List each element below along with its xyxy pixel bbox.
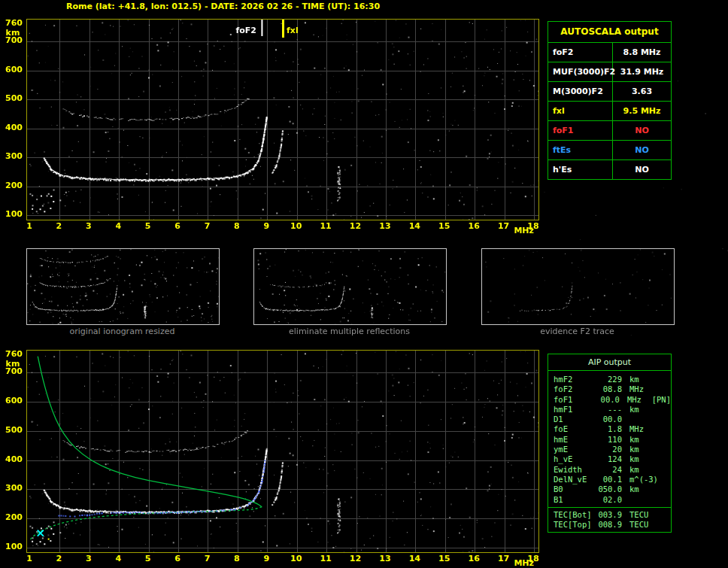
thumbnail-original-ionogram	[26, 248, 220, 325]
autoscala-table-rows: foF28.8 MHzMUF(3000)F231.9 MHzM(3000)F23…	[548, 42, 671, 179]
param-label: B1	[548, 495, 595, 505]
x-tick-label: 9	[257, 221, 275, 231]
param-value: 31.9 MHz	[613, 62, 671, 81]
x-tick-label: 8	[228, 554, 246, 563]
param-extra	[655, 445, 671, 454]
param-unit: km	[622, 435, 655, 445]
param-label: hmF2	[548, 375, 595, 384]
ionogram-profile-canvas	[27, 351, 538, 552]
thumbnail-canvas	[482, 249, 674, 324]
param-extra	[655, 415, 671, 424]
param-label: TEC[Bot]	[548, 510, 595, 520]
param-extra	[655, 495, 671, 505]
aip-row: foF208.8MHz	[548, 384, 671, 394]
param-label: ymE	[548, 445, 595, 454]
param-value: 050.0	[595, 484, 622, 494]
param-extra	[655, 375, 671, 384]
param-unit: MHz	[622, 424, 655, 434]
param-label: foF1	[548, 121, 613, 140]
param-value: 9.5 MHz	[613, 102, 671, 120]
x-tick-label: 7	[198, 554, 216, 563]
param-value: 1.8	[595, 424, 622, 434]
x-tick-label: 11	[317, 221, 335, 231]
param-unit: km	[622, 465, 655, 475]
y-tick-label: 100	[3, 542, 23, 551]
x-tick-label: 5	[139, 221, 157, 231]
thumbnail-eliminate-reflections	[253, 248, 447, 325]
param-label: h_vE	[548, 454, 595, 464]
param-unit: km	[622, 445, 655, 454]
param-unit: MHz	[622, 384, 655, 394]
thumbnail-caption: original ionogram resized	[26, 327, 219, 336]
param-value: 08.8	[595, 384, 622, 394]
x-tick-label: 14	[405, 554, 423, 563]
y-tick-label: 760	[3, 18, 23, 28]
y-tick-label: 760	[3, 349, 23, 359]
x-tick-label: 5	[139, 554, 157, 563]
param-extra	[655, 510, 671, 520]
y-tick-label: 100	[3, 209, 23, 219]
fof2-marker-label: foF2	[235, 26, 256, 35]
param-unit: km	[622, 484, 655, 494]
param-label: TEC[Top]	[548, 520, 595, 530]
param-extra	[655, 475, 671, 484]
x-tick-label: 6	[168, 221, 187, 231]
param-unit	[622, 415, 655, 424]
y-tick-label: 400	[3, 123, 23, 132]
autoscala-table-title: AUTOSCALA output	[548, 22, 671, 42]
aip-row: TEC[Top]008.9TECU	[548, 520, 671, 530]
param-label: foE	[548, 424, 595, 434]
param-extra	[655, 384, 671, 394]
param-unit: km	[622, 375, 655, 384]
thumbnail-caption: eliminate multiple reflections	[253, 327, 446, 336]
param-extra	[655, 484, 671, 494]
x-tick-label: 8	[228, 221, 246, 231]
param-label: DelN_vE	[548, 475, 595, 484]
param-value: 008.9	[595, 520, 622, 530]
x-tick-label: 11	[317, 554, 335, 563]
autoscala-row: M(3000)F23.63	[548, 81, 671, 101]
param-value: 24	[595, 465, 622, 475]
aip-row: DelN_vE00.1m^(-3)	[548, 475, 671, 484]
param-value: 00.0	[593, 395, 620, 405]
thumbnail-canvas	[27, 249, 219, 324]
param-label: h'Es	[548, 160, 613, 179]
param-label: M(3000)F2	[548, 82, 613, 101]
param-label: foF1	[548, 395, 593, 405]
ionogram-canvas	[27, 20, 538, 220]
aip-table-title: AIP output	[548, 354, 671, 371]
param-value: 20	[595, 445, 622, 454]
x-tick-label: 1	[20, 554, 38, 563]
x-tick-label: 9	[257, 554, 275, 563]
param-unit: km	[622, 405, 655, 415]
aip-table: AIP output hmF2229kmfoF208.8MHzfoF100.0M…	[548, 354, 672, 533]
param-label: foF2	[548, 43, 613, 62]
param-value: 003.9	[595, 510, 622, 520]
param-label: MUF(3000)F2	[548, 62, 613, 81]
param-value: 00.0	[595, 415, 622, 424]
x-tick-label: 4	[109, 221, 127, 231]
param-value: NO	[613, 141, 671, 159]
aip-row: D100.0	[548, 415, 671, 424]
y-tick-label: 300	[3, 483, 23, 493]
x-axis-unit: MHz	[514, 558, 534, 568]
x-tick-label: 16	[465, 221, 483, 231]
param-unit: m^(-3)	[622, 475, 655, 484]
param-value: ---	[595, 405, 622, 415]
aip-row: B102.0	[548, 495, 671, 505]
param-label: D1	[548, 415, 595, 424]
aip-row: hmF2229km	[548, 375, 671, 384]
station-header: Rome (lat: +41.8, lon: 012.5) - DATE: 20…	[66, 2, 380, 11]
param-value: 8.8 MHz	[613, 43, 671, 62]
autoscala-row: foF1NO	[548, 120, 671, 140]
bottom-ionogram-panel	[26, 350, 539, 553]
y-axis-unit: km	[3, 28, 23, 38]
param-value: 00.1	[595, 475, 622, 484]
x-tick-label: 1	[20, 221, 38, 231]
x-tick-label: 17	[495, 221, 513, 231]
x-tick-label: 15	[435, 554, 453, 563]
aip-row: hmF1---km	[548, 405, 671, 415]
param-unit: MHz	[620, 395, 652, 405]
x-tick-label: 3	[80, 221, 98, 231]
param-label: foF2	[548, 384, 595, 394]
